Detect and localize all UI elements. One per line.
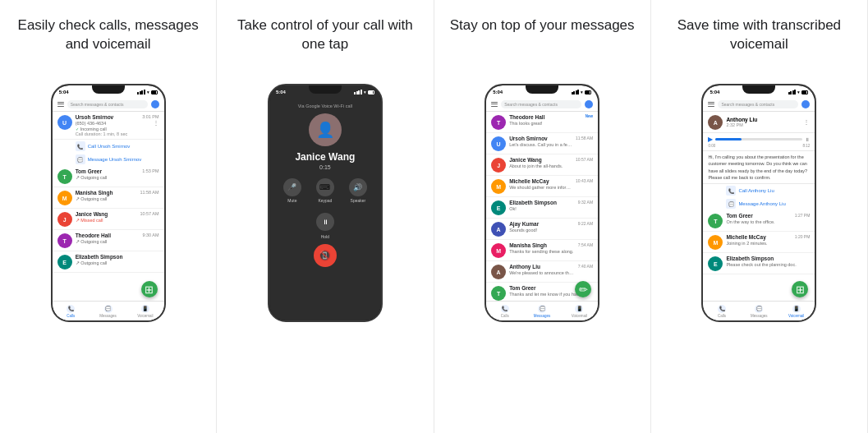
mute-button[interactable]: 🎤 Mute — [283, 178, 301, 203]
keypad-button[interactable]: ⌨ Keypad — [316, 178, 334, 203]
calls-nav-icon: 📞 — [67, 305, 75, 313]
msg-content: Manisha Singh Thanks for sending these a… — [509, 242, 575, 254]
play-button[interactable]: ▶ — [708, 136, 713, 143]
list-item[interactable]: A Anthony Liu We're pleased to announce … — [486, 261, 598, 283]
nav-messages-label: Messages — [99, 314, 117, 318]
progress-bar[interactable] — [715, 138, 802, 140]
voicemail-nav-icon: 📱 — [792, 305, 801, 313]
list-item[interactable]: M Manisha Singh Thanks for sending these… — [486, 240, 598, 261]
list-item[interactable]: T Tom Greer On the way to the office. 1:… — [703, 210, 815, 232]
contact-avatar: T — [57, 233, 72, 248]
list-item[interactable]: E Elizabeth Simpson ↗ Outgoing call — [53, 251, 164, 273]
contact-name: Tom Greer — [76, 168, 140, 174]
nav-messages[interactable]: 💬 Messages — [523, 305, 560, 318]
pause-icon: ⏸ — [805, 137, 810, 142]
msg-time: 9:32 AM — [578, 200, 593, 205]
msg-content: Anthony Liu We're pleased to announce th… — [509, 264, 575, 275]
fab-vm-button[interactable]: ⊞ — [792, 281, 808, 297]
nav-voicemail[interactable]: 📱 Voicemail — [126, 305, 163, 318]
status-icons: ▾ — [137, 90, 158, 94]
nav-voicemail[interactable]: 📱 Voicemail — [778, 305, 815, 318]
status-icons: ▾ — [572, 90, 592, 94]
messages-nav-icon: 💬 — [538, 305, 546, 313]
caller-avatar: 👤 — [309, 113, 342, 146]
panel-messages: Stay on top of your messages 5:04 ▾ — [434, 0, 651, 433]
contact-avatar: E — [491, 200, 506, 215]
contact-name: Ajay Kumar — [509, 221, 575, 227]
search-bar[interactable]: Search messages & contacts — [718, 100, 798, 108]
list-item[interactable]: E Elizabeth Simpson Ok! 9:32 AM — [486, 197, 598, 219]
signal-icon — [354, 90, 362, 94]
status-icons: ▾ — [788, 90, 809, 94]
nav-calls-label: Calls — [718, 314, 726, 318]
phone-calls: 5:04 ▾ Search messages & contacts — [51, 84, 166, 322]
fab-compose-button[interactable]: ✏ — [575, 281, 591, 297]
nav-messages[interactable]: 💬 Messages — [741, 305, 778, 318]
audio-end: 8:12 — [803, 144, 811, 148]
list-item[interactable]: J Janice Wang About to join the all-hand… — [486, 154, 598, 176]
mute-label: Mute — [287, 198, 296, 203]
hold-label: Hold — [321, 234, 329, 239]
app-header: Search messages & contacts — [703, 97, 815, 112]
menu-icon[interactable] — [57, 102, 64, 107]
phone-active-call: 5:04 ▾ Via Google Voice Wi-Fi call 👤 Jan… — [268, 84, 383, 322]
contact-avatar: M — [57, 191, 72, 205]
list-item[interactable]: E Elizabeth Simpson Please check out the… — [703, 253, 815, 274]
action-call-vm[interactable]: 📞 Call Anthony Liu — [703, 184, 815, 197]
more-icon[interactable]: ⋮ — [153, 120, 159, 127]
calls-nav-icon: 📞 — [718, 305, 726, 313]
list-item[interactable]: T Theodore Hall ↗ Outgoing call 9:30 AM — [53, 230, 164, 251]
msg-preview: Please check out the planning doc. — [726, 262, 810, 267]
voicemail-screen: 5:04 ▾ Search messages & contacts — [703, 85, 815, 320]
user-avatar[interactable] — [801, 100, 810, 108]
keypad-icon: ⌨ — [316, 178, 334, 196]
audio-start: 0:00 — [708, 144, 715, 148]
search-bar[interactable]: Search messages & contacts — [501, 100, 581, 108]
nav-calls[interactable]: 📞 Calls — [703, 305, 740, 318]
hold-button[interactable]: ⏸ — [316, 213, 334, 231]
list-item[interactable]: M Michelle McCay We should gather more i… — [486, 176, 598, 197]
list-item[interactable]: A Ajay Kumar Sounds good! 9:22 AM — [486, 219, 598, 240]
list-item[interactable]: M Michelle McCay Joining in 2 minutes. 1… — [703, 232, 815, 253]
user-avatar[interactable] — [585, 100, 593, 108]
menu-icon[interactable] — [491, 102, 498, 107]
list-item[interactable]: T Tom Greer ↗ Outgoing call 1:53 PM — [53, 166, 164, 187]
list-item[interactable]: J Janice Wang ↗ Missed call 10:57 AM — [53, 209, 164, 230]
via-text: Via Google Voice Wi-Fi call — [269, 104, 381, 108]
nav-calls[interactable]: 📞 Calls — [53, 305, 90, 318]
action-message-vm-label: Message Anthony Liu — [738, 201, 785, 206]
msg-time: 1:20 PM — [795, 234, 811, 239]
contact-name: Tom Greer — [726, 213, 791, 219]
search-bar[interactable]: Search messages & contacts — [67, 100, 148, 108]
call-item-expanded[interactable]: U Ursoh Smirnov (650) 436-4634 ✓ Incomin… — [53, 112, 164, 140]
messages-nav-icon: 💬 — [104, 305, 113, 313]
messages-nav-icon: 💬 — [755, 305, 763, 313]
bottom-nav: 📞 Calls 💬 Messages 📱 Voicemail — [53, 301, 164, 320]
search-placeholder: Search messages & contacts — [721, 102, 774, 107]
msg-content: Janice Wang About to join the all-hands. — [509, 157, 572, 168]
battery-icon — [801, 90, 808, 94]
nav-calls[interactable]: 📞 Calls — [486, 305, 523, 318]
action-message-vm[interactable]: 💬 Message Anthony Liu — [703, 197, 815, 210]
calls-nav-icon: 📞 — [501, 305, 509, 313]
new-badge: New — [586, 114, 593, 118]
msg-preview: We should gather more information on... — [509, 185, 572, 190]
msg-content: Elizabeth Simpson Ok! — [509, 200, 575, 211]
action-call[interactable]: 📞 Call Ursoh Smirnov — [53, 140, 164, 153]
call-icon: 📞 — [76, 141, 85, 151]
nav-messages[interactable]: 💬 Messages — [90, 305, 126, 318]
speaker-button[interactable]: 🔊 Speaker — [349, 178, 367, 203]
more-icon[interactable]: ⋮ — [803, 119, 810, 126]
nav-messages-label: Messages — [751, 314, 768, 318]
list-item[interactable]: T Theodore Hall This looks great! New — [486, 112, 598, 133]
user-avatar[interactable] — [151, 100, 159, 108]
menu-icon[interactable] — [708, 102, 714, 107]
status-icons: ▾ — [354, 90, 374, 94]
end-call-button[interactable]: 📵 — [314, 244, 337, 267]
msg-content: Ursoh Smirnov Let's discuss. Call you in… — [509, 136, 572, 147]
fab-button[interactable]: ⊞ — [141, 281, 158, 297]
list-item[interactable]: U Ursoh Smirnov Let's discuss. Call you … — [486, 133, 598, 154]
nav-voicemail[interactable]: 📱 Voicemail — [561, 305, 598, 318]
action-message[interactable]: 💬 Message Ursoh Smirnov — [53, 153, 164, 166]
list-item[interactable]: M Manisha Singh ↗ Outgoing call 11:58 AM — [53, 187, 164, 209]
